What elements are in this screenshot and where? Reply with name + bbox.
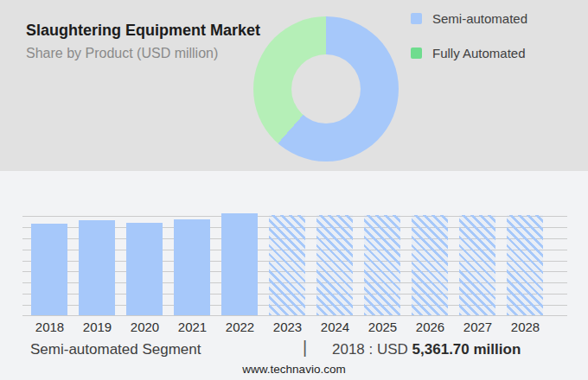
year-label: 2026 (406, 320, 454, 334)
legend-swatch (411, 13, 422, 24)
footer-value: 2018 : USD 5,361.70 million (332, 341, 521, 358)
bar-chart-section: 2018201920202021202220232024202520262027… (0, 171, 588, 380)
bar-2019 (79, 220, 115, 315)
donut-hole (291, 54, 361, 124)
bar-2028 (507, 215, 543, 315)
footer-segment-label: Semi-automated Segment (30, 341, 201, 358)
bar-2025 (364, 215, 400, 315)
infographic-poster: Slaughtering Equipment Market Share by P… (0, 0, 588, 380)
bar-2020 (126, 223, 163, 315)
year-label: 2027 (454, 320, 502, 334)
year-labels: 2018201920202021202220232024202520262027… (22, 320, 567, 334)
year-label: 2020 (121, 320, 169, 334)
legend-item-fully-automated: Fully Automated (411, 45, 527, 60)
year-label: 2018 (26, 320, 74, 334)
donut-chart (253, 16, 399, 162)
bar-2027 (459, 215, 495, 315)
footer-value-prefix: 2018 : USD (332, 341, 412, 358)
header-section: Slaughtering Equipment Market Share by P… (0, 0, 588, 171)
legend-label: Fully Automated (432, 46, 526, 60)
year-label: 2028 (502, 320, 549, 334)
bar-2022 (221, 213, 258, 315)
year-label: 2022 (216, 320, 264, 334)
bar-2018 (31, 224, 67, 315)
bar-2023 (269, 215, 305, 315)
legend-swatch (411, 48, 422, 59)
legend-item-semi-automated: Semi-automated (411, 10, 527, 26)
year-label: 2021 (169, 320, 216, 334)
page-subtitle: Share by Product (USD million) (26, 45, 260, 62)
title-block: Slaughtering Equipment Market Share by P… (26, 21, 260, 62)
year-label: 2025 (359, 320, 406, 334)
legend: Semi-automated Fully Automated (411, 10, 527, 79)
footer-value-bold: 5,361.70 million (412, 341, 521, 358)
bar-2024 (316, 215, 353, 315)
website-link: www.technavio.com (0, 363, 588, 376)
page-title: Slaughtering Equipment Market (26, 21, 260, 41)
legend-label: Semi-automated (432, 11, 527, 26)
bar-2021 (174, 219, 210, 315)
bar-2026 (412, 215, 448, 315)
bar-chart-plot (22, 216, 567, 316)
year-label: 2024 (311, 320, 359, 334)
year-label: 2019 (74, 320, 121, 334)
footer-separator: | (303, 338, 307, 358)
year-label: 2023 (264, 320, 311, 334)
